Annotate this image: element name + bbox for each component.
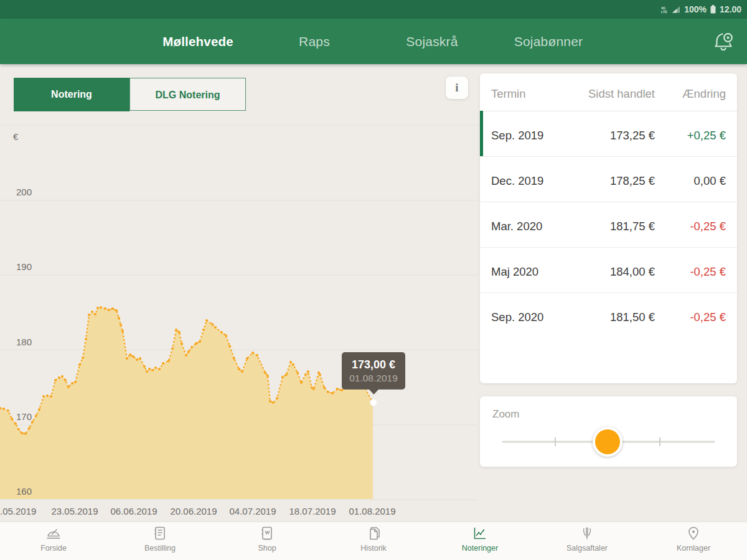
- svg-text:LTE: LTE: [661, 10, 667, 13]
- svg-text:01.08.2019: 01.08.2019: [349, 506, 395, 516]
- svg-text:18.07.2019: 18.07.2019: [289, 506, 336, 516]
- svg-text:01.08.2019: 01.08.2019: [349, 373, 398, 383]
- svg-text:170: 170: [16, 411, 32, 422]
- svg-text:06.06.2019: 06.06.2019: [110, 506, 157, 516]
- svg-text:.05.2019: .05.2019: [0, 506, 36, 516]
- svg-text:€: €: [13, 131, 19, 142]
- svg-text:190: 190: [16, 261, 32, 272]
- svg-text:160: 160: [16, 486, 32, 497]
- svg-text:23.05.2019: 23.05.2019: [51, 506, 98, 516]
- svg-text:200: 200: [16, 187, 32, 197]
- svg-text:173,00 €: 173,00 €: [352, 358, 395, 371]
- svg-text:180: 180: [16, 337, 32, 347]
- svg-text:20.06.2019: 20.06.2019: [170, 506, 217, 516]
- svg-text:04.07.2019: 04.07.2019: [229, 506, 276, 516]
